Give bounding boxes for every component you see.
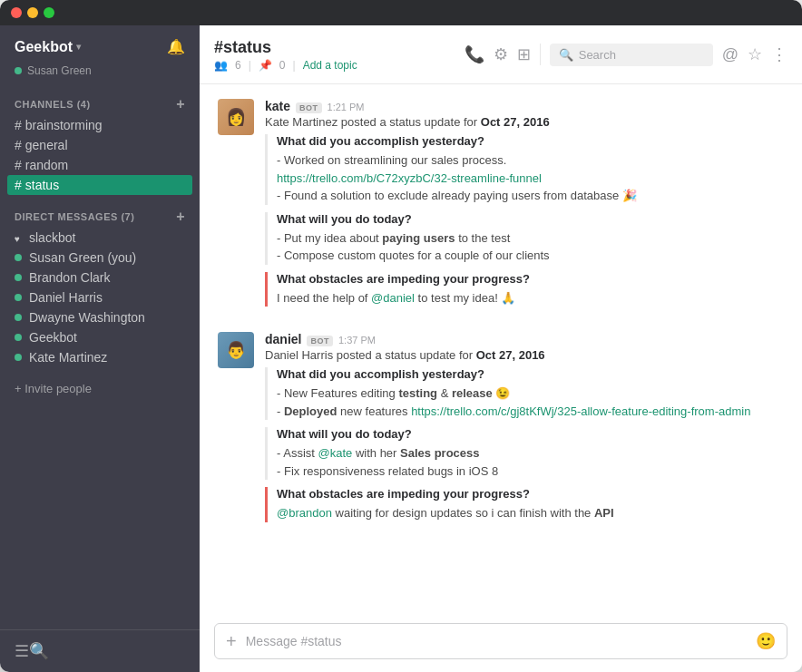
message-body-daniel: daniel BOT 1:37 PM Daniel Harris posted … [265, 332, 784, 530]
invite-label: + Invite people [15, 382, 92, 395]
close-button[interactable] [11, 7, 22, 18]
header-divider [540, 44, 541, 65]
search-input[interactable] [579, 48, 704, 62]
channel-header: #status 👥 6 | 📌 0 | Add a topic 📞 ⚙ ⊞ [200, 25, 802, 84]
invite-people-button[interactable]: + Invite people [0, 375, 200, 403]
add-channel-icon[interactable]: + [176, 97, 185, 112]
channel-label: status [25, 178, 59, 192]
search-icon: 🔍 [559, 48, 573, 62]
dm-item-brandon-clark[interactable]: Brandon Clark [0, 268, 200, 287]
at-icon[interactable]: @ [722, 45, 738, 64]
online-dot-icon [15, 314, 22, 321]
hash-icon: # [15, 138, 22, 152]
message-input-area: + 🙂 [200, 614, 802, 672]
channel-label: random [25, 158, 68, 172]
message-intro-kate: Kate Martinez posted a status update for… [265, 115, 784, 129]
trello-link-2[interactable]: https://trello.com/c/gj8tKfWj/325-allow-… [411, 404, 750, 418]
sidebar-footer: ☰🔍 [0, 629, 200, 672]
plus-icon[interactable]: + [226, 632, 237, 650]
online-dot-icon [15, 334, 22, 341]
daniel-block-3: What obstacles are impeding your progres… [265, 487, 784, 522]
block-question: What will you do today? [277, 427, 784, 441]
channel-item-random[interactable]: # random [0, 155, 200, 175]
dm-item-kate-martinez[interactable]: Kate Martinez [0, 347, 200, 367]
trello-link-1[interactable]: https://trello.com/b/C72xyzbC/32-streaml… [277, 171, 542, 185]
message-intro-daniel: Daniel Harris posted a status update for… [265, 348, 784, 362]
daniel-block-1: What did you accomplish yesterday? - New… [265, 367, 784, 420]
channel-meta: 👥 6 | 📌 0 | Add a topic [214, 59, 454, 72]
sidebar: Geekbot ▾ 🔔 Susan Green CHANNELS (4) + [0, 25, 200, 672]
bot-badge: BOT [296, 102, 322, 113]
members-icon: 👥 [214, 59, 228, 72]
dm-item-slackbot[interactable]: ♥ slackbot [0, 228, 200, 248]
block-question: What obstacles are impeding your progres… [277, 487, 784, 501]
star-icon[interactable]: ☆ [748, 44, 762, 64]
channel-label: brainstorming [25, 118, 103, 132]
workspace-label: Geekbot [15, 39, 73, 55]
online-dot-icon [15, 274, 22, 281]
message-body-kate: kate BOT 1:21 PM Kate Martinez posted a … [265, 99, 784, 314]
members-count: 6 [235, 59, 241, 72]
dm-item-daniel-harris[interactable]: Daniel Harris [0, 287, 200, 307]
workspace-name[interactable]: Geekbot ▾ [15, 39, 81, 55]
block-question: What did you accomplish yesterday? [277, 134, 784, 148]
settings-icon[interactable]: ⚙ [494, 44, 508, 64]
channels-section-header: CHANNELS (4) + [0, 90, 200, 115]
emoji-icon[interactable]: 🙂 [756, 631, 776, 651]
hash-icon: # [15, 178, 22, 192]
dm-label-text: Daniel Harris [29, 290, 103, 305]
minimize-button[interactable] [27, 7, 38, 18]
message-time: 1:37 PM [338, 335, 376, 346]
block-text: - New Features editing testing & release… [277, 385, 784, 420]
list-search-icon[interactable]: ☰🔍 [15, 641, 49, 661]
channel-item-brainstorming[interactable]: # brainstorming [0, 115, 200, 135]
channel-title-area: #status 👥 6 | 📌 0 | Add a topic [214, 38, 454, 72]
add-dm-icon[interactable]: + [176, 209, 185, 224]
block-text: - Assist @kate with her Sales process - … [277, 444, 784, 480]
channel-label: general [25, 138, 68, 152]
dm-section: DIRECT MESSAGES (7) + ♥ slackbot Susan G… [0, 202, 200, 375]
block-question: What will you do today? [277, 212, 784, 226]
more-icon[interactable]: ⋮ [771, 44, 787, 64]
online-dot-icon [15, 254, 22, 261]
traffic-lights [11, 7, 54, 18]
phone-icon[interactable]: 📞 [465, 44, 484, 64]
kate-block-3: What obstacles are impeding your progres… [265, 272, 784, 307]
header-actions: 📞 ⚙ ⊞ 🔍 @ ☆ ⋮ [465, 44, 787, 66]
main-layout: Geekbot ▾ 🔔 Susan Green CHANNELS (4) + [0, 25, 802, 672]
channel-item-status[interactable]: # status [7, 175, 192, 195]
message-author: daniel [265, 332, 301, 346]
message-group-daniel: 👨 daniel BOT 1:37 PM Daniel Harris poste… [218, 332, 784, 530]
block-text: I need the help of @daniel to test my id… [277, 289, 784, 307]
chevron-down-icon: ▾ [76, 42, 81, 52]
hash-icon: # [15, 158, 22, 172]
bot-badge: BOT [307, 336, 333, 346]
sidebar-header: Geekbot ▾ 🔔 [0, 25, 200, 64]
maximize-button[interactable] [44, 7, 54, 18]
dm-label-text: Dwayne Washington [29, 310, 145, 325]
layout-icon[interactable]: ⊞ [517, 44, 531, 64]
block-text: @brandon waiting for design updates so i… [277, 504, 784, 522]
message-header-kate: kate BOT 1:21 PM [265, 99, 784, 113]
dm-item-geekbot[interactable]: Geekbot [0, 327, 200, 347]
title-bar [0, 0, 802, 25]
add-topic-link[interactable]: Add a topic [303, 59, 357, 72]
bell-icon[interactable]: 🔔 [167, 38, 185, 55]
channels-label: CHANNELS (4) [15, 99, 91, 110]
message-input[interactable] [246, 634, 747, 648]
message-author: kate [265, 99, 290, 113]
dm-label-text: Kate Martinez [29, 350, 107, 365]
block-question: What did you accomplish yesterday? [277, 367, 784, 381]
dm-item-susan-green[interactable]: Susan Green (you) [0, 248, 200, 268]
dm-section-header: DIRECT MESSAGES (7) + [0, 202, 200, 228]
pins-count: 0 [279, 59, 286, 72]
app-window: Geekbot ▾ 🔔 Susan Green CHANNELS (4) + [0, 0, 802, 672]
avatar-kate: 👩 [218, 99, 254, 135]
dm-item-dwayne-washington[interactable]: Dwayne Washington [0, 307, 200, 327]
message-header-daniel: daniel BOT 1:37 PM [265, 332, 784, 346]
user-status: Susan Green [0, 64, 200, 90]
avatar-daniel: 👨 [218, 332, 254, 368]
channel-title: #status [214, 38, 454, 57]
channel-item-general[interactable]: # general [0, 135, 200, 155]
main-content: #status 👥 6 | 📌 0 | Add a topic 📞 ⚙ ⊞ [200, 25, 802, 672]
